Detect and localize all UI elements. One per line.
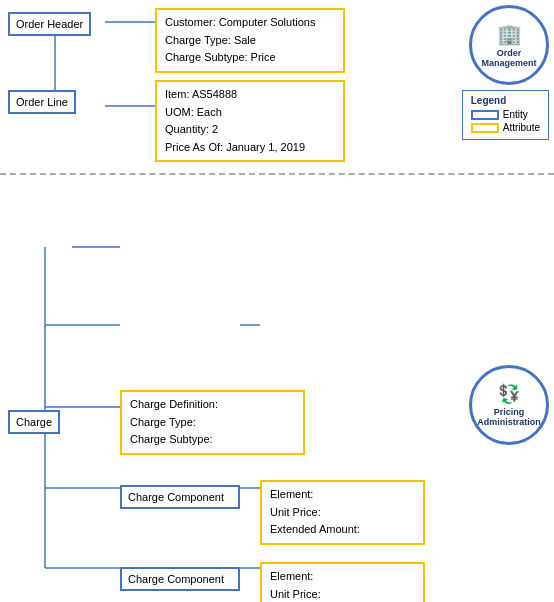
charge-label: Charge — [16, 416, 52, 428]
pricing-admin-circle: 💱 Pricing Administration — [469, 365, 549, 445]
order-header-label: Order Header — [16, 18, 83, 30]
legend-entity-label: Entity — [503, 109, 528, 120]
cc1-attr-3: Extended Amount: — [270, 521, 415, 539]
main-container: Order Header Customer: Computer Solution… — [0, 0, 554, 602]
legend-box: Legend Entity Attribute — [462, 90, 549, 140]
ol-attr-2: UOM: Each — [165, 104, 335, 122]
order-mgmt-title-2: Management — [481, 58, 536, 68]
oh-attr-2: Charge Type: Sale — [165, 32, 335, 50]
order-mgmt-icon: 🏢 — [497, 22, 522, 46]
cc1-attr-2: Unit Price: — [270, 504, 415, 522]
cc1-label: Charge Component — [128, 491, 224, 503]
legend-attribute-item: Attribute — [471, 122, 540, 133]
pricing-admin-icon: 💱 — [498, 383, 520, 405]
pricing-admin-title-2: Administration — [477, 417, 541, 427]
charge-component-1-attrs: Element: Unit Price: Extended Amount: — [260, 480, 425, 545]
cd-attr-1: Charge Definition: — [130, 396, 295, 414]
ol-attr-4: Price As Of: January 1, 2019 — [165, 139, 335, 157]
cc2-attr-2: Unit Price: — [270, 586, 415, 602]
oh-attr-1: Customer: Computer Solutions — [165, 14, 335, 32]
charge-def-attrs: Charge Definition: Charge Type: Charge S… — [120, 390, 305, 455]
charge-component-1-entity: Charge Component — [120, 485, 240, 509]
order-line-label: Order Line — [16, 96, 68, 108]
cc2-attr-1: Element: — [270, 568, 415, 586]
cd-attr-3: Charge Subtype: — [130, 431, 295, 449]
pricing-admin-title-1: Pricing — [494, 407, 525, 417]
order-management-circle: 🏢 Order Management — [469, 5, 549, 85]
order-line-entity: Order Line — [8, 90, 76, 114]
legend-attribute-swatch — [471, 123, 499, 133]
cc2-label: Charge Component — [128, 573, 224, 585]
ol-attr-3: Quantity: 2 — [165, 121, 335, 139]
order-header-attrs: Customer: Computer Solutions Charge Type… — [155, 8, 345, 73]
cc1-attr-1: Element: — [270, 486, 415, 504]
bottom-section: 💱 Pricing Administration Charge Charge D… — [0, 175, 554, 602]
top-section: Order Header Customer: Computer Solution… — [0, 0, 554, 175]
ol-attr-1: Item: AS54888 — [165, 86, 335, 104]
legend-entity-swatch — [471, 110, 499, 120]
legend-entity-item: Entity — [471, 109, 540, 120]
charge-component-2-attrs: Element: Unit Price: Extended Amount: — [260, 562, 425, 602]
order-mgmt-title-1: Order — [497, 48, 522, 58]
order-header-entity: Order Header — [8, 12, 91, 36]
cd-attr-2: Charge Type: — [130, 414, 295, 432]
legend-attribute-label: Attribute — [503, 122, 540, 133]
oh-attr-3: Charge Subtype: Price — [165, 49, 335, 67]
charge-entity: Charge — [8, 410, 60, 434]
order-line-attrs: Item: AS54888 UOM: Each Quantity: 2 Pric… — [155, 80, 345, 162]
legend-title: Legend — [471, 95, 540, 106]
charge-component-2-entity: Charge Component — [120, 567, 240, 591]
